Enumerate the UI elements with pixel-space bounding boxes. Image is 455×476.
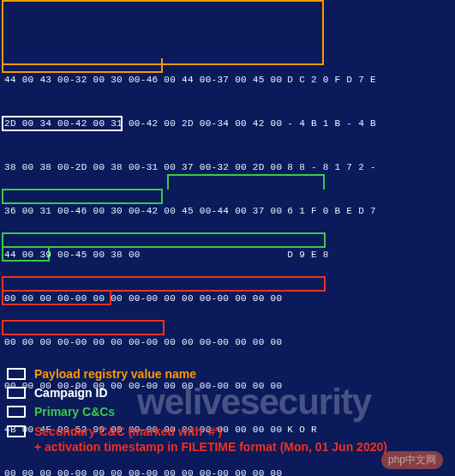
box-payload-registry-tail (2, 58, 163, 73)
hex-row: 44 00 43 00-32 00 30 00-46 00 44 00-37 0… (0, 73, 282, 87)
box-secondary-cc-a (2, 276, 326, 292)
hex-row: 2D 00 34 00-42 00 31 00-42 00 2D 00-34 0… (0, 117, 282, 131)
ascii-row: 8 8 - 8 1 7 2 - (282, 160, 376, 175)
swatch-red-icon (7, 425, 26, 437)
ascii-row: D C 2 0 F D 7 E (282, 73, 376, 87)
box-primary-cc-1b (2, 189, 163, 204)
legend-orange: Payload registry value name (7, 367, 448, 381)
ascii-row: 6 1 F 0 B E D 7 (282, 204, 376, 219)
legend: Payload registry value name Campaign ID … (7, 367, 448, 460)
legend-red: Secondary C&C (marked with '#') + activa… (7, 424, 448, 455)
ascii-row: - 4 B 1 B - 4 B (282, 117, 376, 131)
legend-white: Campaign ID (7, 386, 448, 400)
swatch-orange-icon (7, 368, 26, 380)
box-primary-cc-2a (2, 232, 326, 248)
hex-row: 36 00 31 00-46 00 30 00-42 00 45 00-44 0… (0, 204, 282, 219)
box-primary-cc-1a (167, 174, 325, 190)
legend-red-label: Secondary C&C (marked with '#') + activa… (34, 424, 387, 455)
hex-row: 00 00 00 00-00 00 00 00-00 00 00 00-00 0… (0, 335, 282, 350)
hex-row: 00 00 00 00-00 00 00 00-00 00 00 00-00 0… (0, 467, 282, 476)
legend-white-label: Campaign ID (34, 386, 108, 400)
hex-row: 00 00 00 00-00 00 00 00-00 00 00 00-00 0… (0, 292, 282, 306)
swatch-green-icon (7, 406, 26, 418)
ascii-row: D 9 E 8 (282, 248, 328, 262)
box-payload-registry (2, 0, 324, 65)
legend-green-label: Primary C&Cs (34, 405, 115, 419)
legend-orange-label: Payload registry value name (34, 367, 196, 381)
swatch-white-icon (7, 387, 26, 399)
hex-row: 38 00 38 00-2D 00 38 00-31 00 37 00-32 0… (0, 160, 282, 175)
legend-green: Primary C&Cs (7, 405, 448, 419)
box-timestamp (2, 320, 165, 335)
hex-row: 44 00 39 00-45 00 38 00 (0, 248, 282, 262)
